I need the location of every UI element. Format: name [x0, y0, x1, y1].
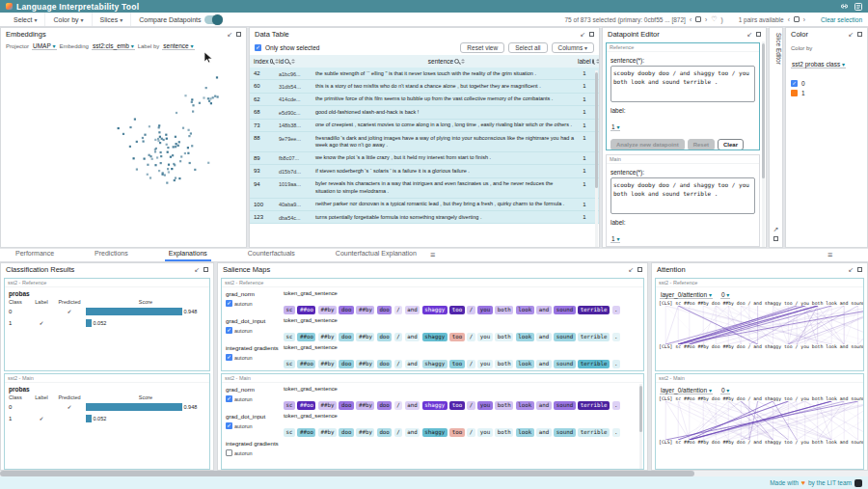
columns-button[interactable]: Columns ▾: [552, 42, 594, 53]
salience-token[interactable]: you: [477, 333, 492, 341]
table-row[interactable]: 89fb8c07...we know the plot 's a little …: [250, 152, 599, 165]
next-pair-icon[interactable]: ›: [803, 16, 805, 23]
salience-token[interactable]: too: [449, 428, 464, 437]
salience-token[interactable]: ##oo: [297, 333, 315, 341]
tab-overflow-menu-icon[interactable]: ≡: [827, 251, 832, 259]
table-row[interactable]: 10040aba9...neither parker nor donovan i…: [250, 199, 599, 211]
label-select[interactable]: 1 ▾: [610, 235, 620, 243]
salience-token[interactable]: sound: [554, 333, 575, 341]
salience-token[interactable]: ##by: [318, 333, 337, 341]
tab-counterfactual-explanation[interactable]: Counterfactual Explanation: [332, 248, 420, 261]
autorun-checkbox[interactable]: ✓: [226, 300, 232, 307]
minimize-icon[interactable]: ↙: [746, 31, 752, 38]
search-icon[interactable]: [270, 59, 273, 64]
salience-token[interactable]: sc: [284, 360, 295, 368]
select-menu[interactable]: Select ▾: [6, 13, 45, 26]
autorun-checkbox[interactable]: ✓: [226, 327, 232, 334]
maximize-icon[interactable]: [756, 32, 761, 37]
datapoint-editor-scrollbar[interactable]: [762, 41, 765, 247]
salience-token[interactable]: and: [536, 306, 551, 314]
salience-token[interactable]: /: [467, 306, 475, 314]
autorun-checkbox[interactable]: ✓: [226, 395, 232, 402]
salience-token[interactable]: ##by: [356, 428, 374, 437]
salience-token[interactable]: and: [405, 306, 420, 314]
autorun-checkbox[interactable]: [226, 449, 232, 456]
sort-icon[interactable]: [291, 59, 295, 64]
salience-token[interactable]: .: [612, 428, 621, 437]
salience-token[interactable]: /: [394, 428, 403, 437]
maximize-icon[interactable]: [857, 32, 862, 37]
salience-token[interactable]: ##by: [356, 306, 374, 314]
salience-token[interactable]: ##oo: [297, 306, 315, 314]
salience-token[interactable]: /: [467, 360, 475, 368]
table-row[interactable]: 93d15b7d...if steven soderbergh 's ` sol…: [250, 165, 599, 177]
color-by-select[interactable]: sst2 probas class ▾: [791, 61, 846, 68]
head-select[interactable]: 0 ▾: [720, 387, 730, 394]
embedding-select[interactable]: sst2:cls_emb ▾: [92, 42, 135, 50]
salience-token[interactable]: doo: [377, 333, 392, 341]
column-header-id[interactable]: id: [279, 58, 315, 65]
table-row[interactable]: 123dba54c...turns potentially forgettabl…: [250, 211, 599, 224]
minimize-icon[interactable]: ↙: [848, 31, 854, 38]
compare-datapoints-toggle[interactable]: [204, 15, 222, 24]
salience-token[interactable]: and: [405, 360, 420, 368]
embeddings-scatterplot[interactable]: [4, 52, 247, 245]
minimize-icon[interactable]: ↙: [227, 31, 232, 38]
salience-token[interactable]: and: [536, 428, 551, 437]
labelby-select[interactable]: sentence ▾: [162, 42, 194, 50]
salience-token[interactable]: both: [495, 428, 513, 437]
salience-token[interactable]: both: [495, 360, 513, 368]
table-row[interactable]: 73148b38...one of creepiest , scariest m…: [250, 120, 599, 132]
table-row[interactable]: 42a1bc96...the subtle strength of `` ell…: [250, 68, 599, 80]
salience-token[interactable]: too: [449, 401, 464, 410]
sentence-input[interactable]: scooby dooby doo / and shaggy too / you …: [610, 66, 755, 102]
salience-token[interactable]: look: [516, 401, 534, 410]
salience-token[interactable]: sc: [284, 428, 295, 437]
maximize-icon[interactable]: [203, 267, 208, 272]
data-table-scrollbar[interactable]: [595, 70, 598, 247]
search-icon[interactable]: [285, 59, 289, 64]
column-header-sentence[interactable]: sentence: [315, 58, 578, 65]
salience-token[interactable]: ##oo: [297, 360, 315, 368]
layer-select[interactable]: layer_0/attention ▾: [660, 291, 713, 299]
clear-selection-link[interactable]: Clear selection: [821, 16, 862, 23]
salience-token[interactable]: /: [467, 333, 475, 341]
salience-token[interactable]: doo: [377, 306, 392, 314]
salience-token[interactable]: both: [495, 401, 513, 410]
select-all-button[interactable]: Select all: [508, 42, 547, 53]
salience-token[interactable]: sound: [554, 428, 575, 437]
salience-token[interactable]: sound: [554, 360, 575, 368]
autorun-checkbox[interactable]: ✓: [226, 354, 232, 361]
column-header-index[interactable]: index: [254, 58, 279, 65]
layer-select[interactable]: layer_0/attention ▾: [660, 387, 713, 394]
salience-token[interactable]: too: [449, 306, 464, 314]
salience-token[interactable]: you: [477, 428, 492, 437]
salience-token[interactable]: too: [449, 333, 464, 341]
sort-icon[interactable]: [461, 59, 465, 64]
salience-token[interactable]: too: [449, 360, 464, 368]
reset-button[interactable]: Reset: [688, 139, 715, 150]
salience-token[interactable]: doo: [339, 428, 353, 437]
salience-token[interactable]: doo: [339, 360, 353, 368]
salience-token[interactable]: .: [612, 333, 621, 341]
salience-token[interactable]: terrible: [578, 401, 610, 410]
tab-performance[interactable]: Performance: [12, 248, 58, 261]
salience-token[interactable]: /: [394, 333, 403, 341]
salience-token[interactable]: shaggy: [422, 333, 448, 341]
projector-select[interactable]: UMAP ▾: [32, 42, 57, 50]
autorun-checkbox[interactable]: ✓: [226, 422, 232, 429]
salience-token[interactable]: terrible: [578, 333, 610, 341]
salience-token[interactable]: shaggy: [422, 401, 448, 410]
salience-token[interactable]: doo: [377, 428, 392, 437]
salience-token[interactable]: you: [477, 401, 492, 410]
pair-icon[interactable]: [794, 16, 800, 22]
salience-token[interactable]: both: [495, 306, 513, 314]
color-by-menu[interactable]: Color by ▾: [45, 13, 92, 26]
salience-token[interactable]: ##oo: [297, 401, 315, 410]
label-select[interactable]: 1 ▾: [610, 123, 620, 131]
salience-token[interactable]: shaggy: [422, 306, 448, 314]
salience-token[interactable]: look: [516, 360, 534, 368]
tab-explanations[interactable]: Explanations: [165, 248, 211, 261]
pin-datapoint-icon[interactable]: [695, 16, 701, 22]
salience-token[interactable]: ##oo: [297, 428, 315, 437]
